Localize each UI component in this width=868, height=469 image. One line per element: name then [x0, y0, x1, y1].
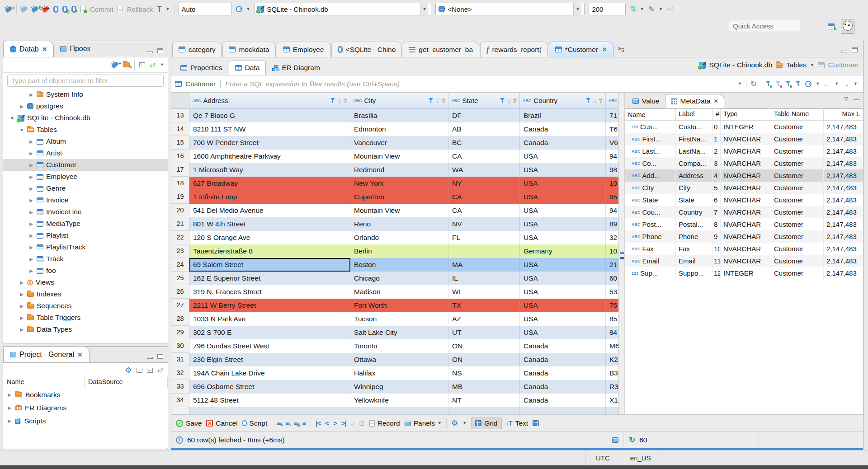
rollback-button[interactable]: Rollback: [127, 5, 153, 13]
meta-label[interactable]: Postal...: [676, 218, 713, 230]
metadata-row-firstna[interactable]: ABCFirst... FirstNa... 1 NVARCHAR Custom…: [625, 133, 863, 145]
filter-funnel-icon[interactable]: [428, 98, 434, 103]
cell-country[interactable]: USA: [520, 326, 606, 339]
meta-label[interactable]: Phone: [676, 230, 713, 243]
meta-type[interactable]: NVARCHAR: [721, 243, 771, 255]
meta-table[interactable]: Customer: [771, 145, 824, 157]
meta-type[interactable]: NVARCHAR: [721, 206, 771, 218]
column-datasource[interactable]: DataSource: [85, 377, 168, 388]
maximize-icon[interactable]: [157, 48, 163, 53]
metadata-row-state[interactable]: ABCState State 6 NVARCHAR Customer 2,147…: [625, 194, 863, 206]
meta-max-length[interactable]: 2,147,483: [824, 169, 863, 182]
meta-max-length[interactable]: 2,147,483: [824, 255, 863, 267]
settings-gear-icon[interactable]: [125, 366, 132, 374]
cell-country[interactable]: Canada: [520, 122, 606, 136]
column-header-address[interactable]: ABC Address ?: [189, 93, 350, 108]
row-number[interactable]: 13: [171, 109, 189, 122]
cell-postal[interactable]: R3: [606, 380, 618, 394]
cell-city[interactable]: Ottawa: [350, 353, 448, 366]
new-sql-editor-icon[interactable]: [71, 6, 76, 13]
cell-address[interactable]: 194A Chain Lake Drive: [189, 366, 350, 380]
maximize-icon[interactable]: [157, 354, 163, 359]
meta-name[interactable]: ABCAdd...: [625, 169, 676, 182]
cell-state[interactable]: ON: [448, 353, 520, 366]
meta-type[interactable]: NVARCHAR: [721, 182, 771, 194]
save-button[interactable]: Save: [176, 419, 202, 427]
tab-project-general[interactable]: Project - General: [3, 346, 90, 362]
cell-city[interactable]: Mountain View: [350, 150, 448, 163]
cell-country[interactable]: Canada: [520, 353, 606, 366]
cell-city[interactable]: Brasília: [350, 109, 448, 122]
cell-address[interactable]: 541 Del Medio Avenue: [189, 204, 350, 217]
meta-max-length[interactable]: 2,147,483: [824, 218, 863, 230]
meta-type[interactable]: NVARCHAR: [721, 255, 771, 267]
cell-postal[interactable]: 95: [606, 190, 618, 204]
auto-sync-dropdown-icon[interactable]: [640, 7, 644, 11]
editor-tab-get-customer-ba[interactable]: get_customer_ba: [403, 42, 479, 57]
cell-country[interactable]: Canada: [520, 380, 606, 394]
meta-table[interactable]: Customer: [771, 267, 824, 279]
meta-table[interactable]: Customer: [771, 121, 824, 133]
tree-item-mediatype[interactable]: ▶ MediaType: [3, 218, 168, 230]
edit-row-icon[interactable]: ✎: [277, 420, 281, 427]
auto-sync-icon[interactable]: [630, 5, 636, 13]
meta-table[interactable]: Customer: [771, 194, 824, 206]
cell-postal[interactable]: M6: [606, 339, 618, 353]
cancel-button[interactable]: Cancel: [206, 419, 237, 427]
row-number[interactable]: 16: [171, 150, 189, 163]
column-max-length[interactable]: Max L: [824, 109, 863, 120]
meta-table[interactable]: Customer: [771, 206, 824, 218]
tab-overflow-indicator[interactable]: »5: [618, 45, 624, 53]
metadata-row-custo[interactable]: 123Cus... Custo... 0 INTEGER Customer 2,…: [625, 121, 863, 133]
column-label[interactable]: Label: [676, 109, 713, 120]
cell-country[interactable]: USA: [520, 285, 606, 299]
meta-ordinal[interactable]: 11: [713, 255, 721, 267]
column-header-postalcode[interactable]: ABC: [606, 93, 618, 108]
meta-type[interactable]: NVARCHAR: [721, 230, 771, 243]
meta-label[interactable]: Compa...: [676, 157, 713, 169]
meta-ordinal[interactable]: 12: [713, 267, 721, 279]
row-number[interactable]: 33: [171, 380, 189, 394]
cell-state[interactable]: CA: [448, 204, 520, 217]
cell-postal[interactable]: 85: [606, 312, 618, 326]
expand-arrow-icon[interactable]: ▶: [28, 186, 34, 191]
cell-postal[interactable]: 32: [606, 231, 618, 244]
cell-postal[interactable]: 21: [606, 258, 618, 272]
cell-postal[interactable]: 89: [606, 217, 618, 231]
cell-state[interactable]: NT: [448, 394, 520, 407]
sql-editor-icon[interactable]: [53, 6, 58, 13]
expand-arrow-icon[interactable]: ▶: [28, 163, 34, 168]
tab-metadata[interactable]: MetaData: [665, 94, 724, 108]
cell-state[interactable]: CA: [448, 150, 520, 163]
column-header-country[interactable]: ABC Country ?: [520, 93, 606, 108]
layout-icon[interactable]: [612, 437, 618, 443]
tree-item-playlist[interactable]: ▶ Playlist: [3, 230, 168, 241]
meta-max-length[interactable]: 2,147,483: [824, 133, 863, 145]
row-number[interactable]: 14: [171, 122, 189, 136]
column-name[interactable]: Name: [3, 377, 85, 388]
cell-address[interactable]: 302 S 700 E: [189, 326, 350, 339]
cell-country[interactable]: Canada: [520, 394, 606, 407]
filter-funnel-icon[interactable]: [585, 98, 591, 103]
meta-ordinal[interactable]: 2: [713, 145, 721, 157]
script-button[interactable]: Script: [242, 419, 268, 427]
breadcrumb-tables[interactable]: Tables: [786, 61, 807, 69]
metadata-row-email[interactable]: ABCEmail Email 11 NVARCHAR Customer 2,14…: [625, 255, 863, 267]
meta-table[interactable]: Customer: [771, 218, 824, 230]
meta-name[interactable]: ABCState: [625, 194, 676, 206]
tree-item-postgres[interactable]: ▶ postgres: [3, 100, 168, 112]
commit-mode-combo[interactable]: Auto: [179, 3, 232, 15]
tree-item-views[interactable]: ▶ Views: [3, 277, 168, 288]
meta-name[interactable]: ABCPost...: [625, 218, 676, 230]
cell-city[interactable]: Yellowknife: [350, 394, 448, 407]
row-number[interactable]: 22: [171, 231, 189, 244]
row-number[interactable]: 20: [171, 204, 189, 217]
filter-funnel-icon[interactable]: [500, 98, 505, 103]
connection-dropdown-icon[interactable]: [420, 3, 428, 15]
row-number[interactable]: 28: [171, 312, 189, 326]
row-number[interactable]: 19: [171, 190, 189, 204]
column-table-name[interactable]: Table Name: [771, 109, 824, 120]
close-icon[interactable]: [77, 352, 83, 358]
collapse-all-icon[interactable]: [137, 368, 142, 373]
meta-name[interactable]: ABCCou...: [625, 206, 676, 218]
